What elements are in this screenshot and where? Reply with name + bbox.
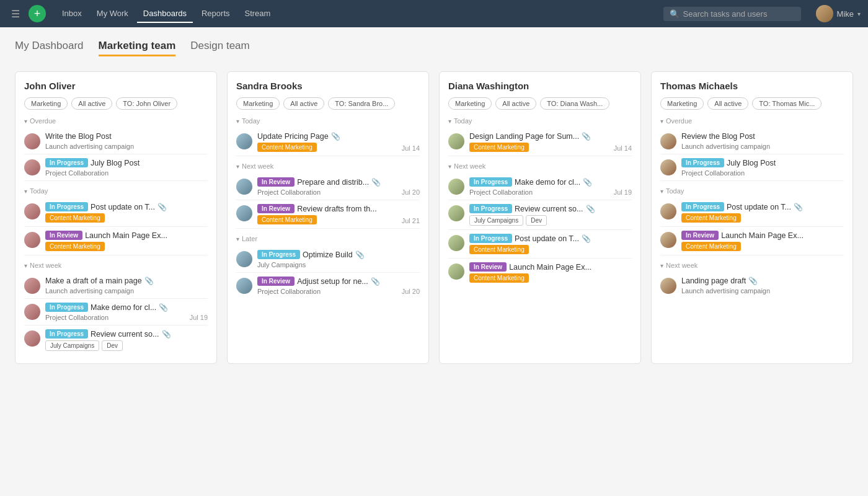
task-row[interactable]: In Review Launch Main Page Ex... Content… bbox=[660, 227, 844, 255]
task-title: Review drafts from th... bbox=[297, 205, 377, 213]
task-row[interactable]: In Progress Make demo for cl... 📎 Projec… bbox=[24, 299, 208, 326]
task-project: Launch advertising campaign bbox=[45, 143, 134, 150]
task-body: Review the Blog Post Launch advertising … bbox=[681, 132, 844, 150]
status-badge: In Progress bbox=[257, 250, 300, 259]
main-content: My Dashboard Marketing team Design team … bbox=[0, 27, 868, 376]
task-project: Project Collaboration bbox=[257, 188, 321, 196]
pin-icon[interactable]: 📎 bbox=[144, 277, 154, 285]
nav-inbox[interactable]: Inbox bbox=[56, 5, 88, 23]
task-row[interactable]: In Progress Make demo for cl... 📎 Projec… bbox=[448, 174, 632, 200]
avatar bbox=[660, 232, 676, 248]
pin-icon[interactable]: 📎 bbox=[582, 234, 591, 243]
search-box[interactable]: 🔍 bbox=[663, 7, 801, 21]
task-row[interactable]: Write the Blog Post Launch advertising c… bbox=[24, 128, 208, 154]
task-row[interactable]: In Progress Review current so... 📎 July … bbox=[448, 200, 632, 230]
task-row[interactable]: In Review Launch Main Page Ex... Content… bbox=[448, 259, 632, 286]
pin-icon[interactable]: 📎 bbox=[162, 330, 171, 339]
task-title: Review current so... bbox=[91, 330, 159, 339]
pin-icon[interactable]: 📎 bbox=[331, 132, 340, 141]
filter-all-active[interactable]: All active bbox=[71, 97, 112, 110]
avatar bbox=[24, 278, 40, 294]
task-row[interactable]: In Progress July Blog Post Project Colla… bbox=[24, 154, 208, 181]
task-row[interactable]: In Review Prepare and distrib... 📎 Proje… bbox=[236, 174, 420, 200]
task-row[interactable]: Make a draft of a main page 📎 Launch adv… bbox=[24, 273, 208, 299]
user-menu[interactable]: Mike ▾ bbox=[816, 5, 861, 22]
section-overdue: Overdue bbox=[24, 117, 208, 125]
status-badge: In Progress bbox=[45, 202, 88, 211]
pin-icon[interactable]: 📎 bbox=[748, 277, 758, 285]
column-john-oliver: John Oliver Marketing All active TO: Joh… bbox=[15, 71, 217, 364]
task-title: July Blog Post bbox=[727, 159, 776, 167]
section-today: Today bbox=[24, 187, 208, 195]
avatar bbox=[236, 179, 252, 195]
task-title: Write the Blog Post bbox=[45, 132, 112, 141]
task-date: Jul 20 bbox=[402, 188, 420, 196]
status-badge: In Review bbox=[681, 231, 719, 240]
status-badge: In Progress bbox=[469, 234, 512, 243]
pin-icon[interactable]: 📎 bbox=[159, 303, 168, 312]
hamburger-icon[interactable]: ☰ bbox=[7, 4, 24, 24]
nav-mywork[interactable]: My Work bbox=[91, 5, 135, 23]
task-body: In Progress Optimize Build 📎 July Campai… bbox=[257, 250, 420, 268]
task-body: In Progress July Blog Post Project Colla… bbox=[681, 158, 844, 177]
add-button[interactable]: + bbox=[29, 5, 46, 22]
pin-icon[interactable]: 📎 bbox=[582, 132, 591, 141]
task-body: Write the Blog Post Launch advertising c… bbox=[45, 132, 208, 150]
task-row[interactable]: In Progress Post update on T... 📎 Conten… bbox=[448, 230, 632, 259]
task-row[interactable]: Review the Blog Post Launch advertising … bbox=[660, 128, 844, 154]
nav-reports[interactable]: Reports bbox=[195, 5, 236, 23]
task-title: Launch Main Page Ex... bbox=[85, 231, 167, 240]
filter-assignee[interactable]: TO: Thomas Mic... bbox=[752, 97, 822, 110]
task-row[interactable]: Update Pricing Page 📎 Content Marketing … bbox=[236, 128, 420, 156]
avatar bbox=[24, 159, 40, 175]
avatar bbox=[24, 304, 40, 320]
filter-assignee[interactable]: TO: Diana Wash... bbox=[540, 97, 609, 110]
filter-marketing[interactable]: Marketing bbox=[660, 97, 704, 110]
filter-bar: Marketing All active TO: Sandra Bro... bbox=[236, 97, 420, 110]
tab-marketing-team[interactable]: Marketing team bbox=[99, 40, 176, 56]
pin-icon[interactable]: 📎 bbox=[371, 178, 381, 187]
task-row[interactable]: In Review Launch Main Page Ex... Content… bbox=[24, 227, 208, 255]
tab-design-team[interactable]: Design team bbox=[190, 40, 249, 55]
column-header: John Oliver bbox=[24, 81, 208, 91]
username: Mike bbox=[837, 9, 854, 19]
task-row[interactable]: In Progress Review current so... 📎 July … bbox=[24, 326, 208, 355]
nav-dashboards[interactable]: Dashboards bbox=[137, 5, 193, 23]
filter-marketing[interactable]: Marketing bbox=[24, 97, 68, 110]
status-badge: In Progress bbox=[45, 303, 88, 312]
task-row[interactable]: In Review Review drafts from th... Conte… bbox=[236, 200, 420, 229]
filter-all-active[interactable]: All active bbox=[283, 97, 324, 110]
task-body: In Review Adjust setup for ne... 📎 Proje… bbox=[257, 277, 420, 295]
task-row[interactable]: In Review Adjust setup for ne... 📎 Proje… bbox=[236, 273, 420, 299]
task-project: Project Collaboration bbox=[257, 288, 321, 295]
task-row[interactable]: In Progress Post update on T... 📎 Conten… bbox=[660, 198, 844, 227]
pin-icon[interactable]: 📎 bbox=[586, 205, 595, 213]
avatar bbox=[24, 232, 40, 248]
chevron-down-icon: ▾ bbox=[857, 11, 861, 17]
pin-icon[interactable]: 📎 bbox=[157, 203, 167, 211]
pin-icon[interactable]: 📎 bbox=[794, 203, 803, 211]
pin-icon[interactable]: 📎 bbox=[583, 178, 592, 187]
task-row[interactable]: Landing page draft 📎 Launch advertising … bbox=[660, 273, 844, 298]
nav-stream[interactable]: Stream bbox=[239, 5, 277, 23]
tag-content-marketing: Content Marketing bbox=[257, 143, 317, 152]
filter-marketing[interactable]: Marketing bbox=[236, 97, 280, 110]
tab-my-dashboard[interactable]: My Dashboard bbox=[15, 40, 84, 55]
column-header: Thomas Michaels bbox=[660, 81, 844, 91]
task-row[interactable]: In Progress Optimize Build 📎 July Campai… bbox=[236, 246, 420, 273]
task-row[interactable]: In Progress Post update on T... 📎 Conten… bbox=[24, 198, 208, 227]
pin-icon[interactable]: 📎 bbox=[371, 277, 380, 286]
search-input[interactable] bbox=[683, 9, 795, 19]
task-date: Jul 19 bbox=[614, 188, 632, 196]
filter-all-active[interactable]: All active bbox=[495, 97, 536, 110]
task-row[interactable]: In Progress July Blog Post Project Colla… bbox=[660, 154, 844, 181]
filter-marketing[interactable]: Marketing bbox=[448, 97, 492, 110]
task-row[interactable]: Design Landing Page for Sum... 📎 Content… bbox=[448, 128, 632, 156]
filter-assignee[interactable]: TO: John Oliver bbox=[116, 97, 177, 110]
filter-all-active[interactable]: All active bbox=[707, 97, 748, 110]
top-navigation: ☰ + Inbox My Work Dashboards Reports Str… bbox=[0, 0, 868, 27]
filter-assignee[interactable]: TO: Sandra Bro... bbox=[328, 97, 395, 110]
tag-july-campaigns: July Campaigns bbox=[45, 340, 99, 351]
pin-icon[interactable]: 📎 bbox=[355, 250, 365, 259]
tag-july-campaigns: July Campaigns bbox=[469, 215, 523, 226]
